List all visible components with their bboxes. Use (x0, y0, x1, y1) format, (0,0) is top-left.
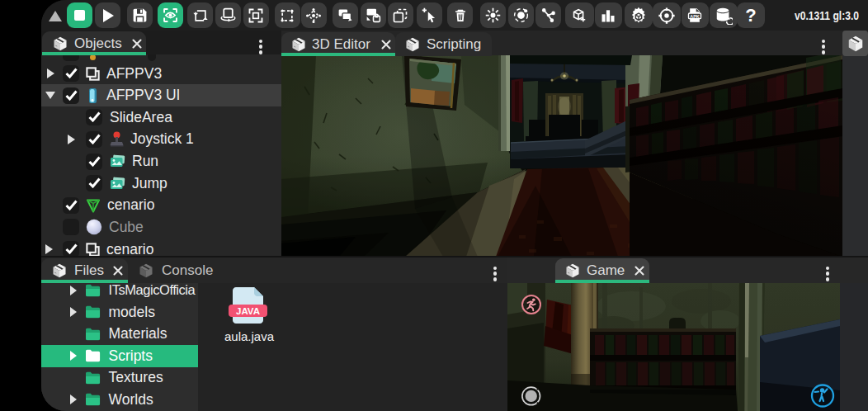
svg-text:APK: APK (690, 14, 700, 19)
svg-text:JAVA: JAVA (236, 306, 260, 316)
